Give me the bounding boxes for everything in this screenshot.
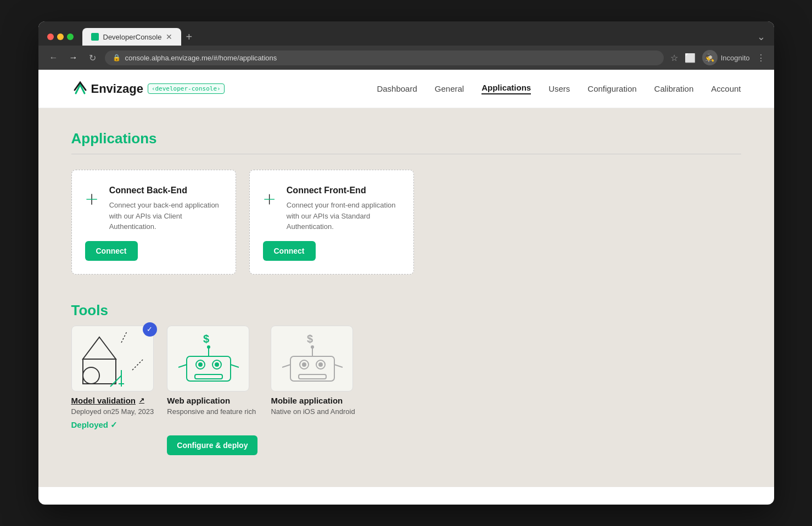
incognito-label: Incognito xyxy=(721,54,750,62)
tab-favicon xyxy=(91,33,99,41)
web-application-name: Web application xyxy=(167,396,257,405)
reload-button[interactable]: ↻ xyxy=(87,52,98,64)
svg-line-9 xyxy=(132,359,143,370)
forward-button[interactable]: → xyxy=(67,52,80,64)
tab-title: DeveloperConsole xyxy=(103,33,162,41)
frontend-card-desc: Connect your front-end application with … xyxy=(287,200,400,232)
svg-point-20 xyxy=(207,345,210,349)
nav-applications[interactable]: Applications xyxy=(481,83,531,94)
back-button[interactable]: ← xyxy=(47,52,60,64)
nav-general[interactable]: General xyxy=(435,84,464,93)
applications-divider xyxy=(71,154,741,154)
model-validation-deployed-badge: Deployed ✓ xyxy=(71,420,154,430)
nav-account[interactable]: Account xyxy=(711,84,741,93)
logo-icon xyxy=(71,80,89,98)
main-area: Applications Connect Back-End Connect yo… xyxy=(38,108,774,477)
address-actions: ☆ ⬜ 🕵 Incognito ⋮ xyxy=(670,50,765,65)
model-validation-illustration xyxy=(72,326,154,391)
web-application-illustration: $ xyxy=(167,326,249,391)
bookmark-icon[interactable]: ☆ xyxy=(670,53,678,63)
web-application-desc: Responsive and feature rich xyxy=(167,407,257,416)
incognito-badge: 🕵 Incognito xyxy=(702,50,750,65)
configure-deploy-button[interactable]: Configure & deploy xyxy=(167,435,257,455)
svg-rect-24 xyxy=(290,356,334,381)
backend-card-desc: Connect your back-end application with o… xyxy=(109,200,222,232)
svg-rect-4 xyxy=(83,359,116,384)
model-validation-name[interactable]: Model validation ↗ xyxy=(71,396,154,405)
browser-window: DeveloperConsole ✕ + ⌄ ← → ↻ 🔒 console.a… xyxy=(38,21,774,505)
web-application-tool: $ xyxy=(167,326,257,455)
check-icon: ✓ xyxy=(110,420,117,430)
frontend-card-header: Connect Front-End Connect your front-end… xyxy=(263,186,400,232)
svg-rect-29 xyxy=(299,374,326,379)
svg-line-32 xyxy=(282,365,290,367)
tab-bar: DeveloperConsole ✕ + xyxy=(82,28,753,46)
mobile-application-desc: Native on iOS and Android xyxy=(271,407,355,416)
svg-marker-5 xyxy=(83,337,116,359)
svg-rect-18 xyxy=(195,374,222,379)
maximize-window-button[interactable] xyxy=(67,33,74,40)
svg-point-31 xyxy=(311,345,314,349)
svg-line-21 xyxy=(178,365,187,367)
mobile-application-illustration: $ xyxy=(271,326,353,391)
mobile-application-name: Mobile application xyxy=(271,396,355,405)
svg-rect-13 xyxy=(187,356,231,381)
backend-card-header: Connect Back-End Connect your back-end a… xyxy=(85,186,222,232)
logo-text: Envizage xyxy=(91,82,143,96)
backend-card-icon xyxy=(85,186,98,213)
frontend-card: Connect Front-End Connect your front-end… xyxy=(249,170,414,275)
model-validation-thumbnail xyxy=(71,326,154,391)
external-link-icon: ↗ xyxy=(139,396,144,404)
svg-text:$: $ xyxy=(203,333,209,345)
backend-card-info: Connect Back-End Connect your back-end a… xyxy=(109,186,222,232)
svg-line-8 xyxy=(121,332,127,343)
web-application-info: Web application Responsive and feature r… xyxy=(167,396,257,455)
model-validation-info: Model validation ↗ Deployed on25 May, 20… xyxy=(71,396,154,430)
svg-point-16 xyxy=(198,362,203,367)
frontend-card-info: Connect Front-End Connect your front-end… xyxy=(287,186,400,232)
top-nav: Envizage ‹developer-console› Dashboard G… xyxy=(38,70,774,108)
browser-chrome: DeveloperConsole ✕ + ⌄ ← → ↻ 🔒 console.a… xyxy=(38,21,774,70)
nav-calibration[interactable]: Calibration xyxy=(654,84,694,93)
model-validation-tool: ✓ Model validation ↗ Deployed on25 May, … xyxy=(71,326,154,430)
nav-dashboard[interactable]: Dashboard xyxy=(377,84,417,93)
tab-close-button[interactable]: ✕ xyxy=(166,32,172,41)
incognito-icon: 🕵 xyxy=(702,50,718,65)
logo-badge: ‹developer-console› xyxy=(148,83,225,94)
svg-text:$: $ xyxy=(307,333,313,345)
svg-line-22 xyxy=(231,365,239,367)
backend-connect-button[interactable]: Connect xyxy=(85,241,138,261)
url-bar[interactable]: 🔒 console.alpha.envizage.me/#/home/appli… xyxy=(105,51,664,65)
window-more-button[interactable]: ⌄ xyxy=(757,31,765,43)
address-bar: ← → ↻ 🔒 console.alpha.envizage.me/#/home… xyxy=(38,46,774,70)
svg-point-28 xyxy=(318,362,323,367)
more-options-icon[interactable]: ⋮ xyxy=(757,53,765,63)
page-content: Envizage ‹developer-console› Dashboard G… xyxy=(38,70,774,487)
model-validation-date: Deployed on25 May, 2023 xyxy=(71,407,154,416)
svg-line-33 xyxy=(334,365,343,367)
split-view-icon[interactable]: ⬜ xyxy=(685,53,696,63)
frontend-connect-button[interactable]: Connect xyxy=(263,241,316,261)
backend-card: Connect Back-End Connect your back-end a… xyxy=(71,170,236,275)
svg-point-6 xyxy=(83,367,99,384)
close-window-button[interactable] xyxy=(47,33,54,40)
model-validation-badge: ✓ xyxy=(143,322,157,337)
url-text: console.alpha.envizage.me/#/home/applica… xyxy=(125,54,277,62)
frontend-card-icon xyxy=(263,186,276,213)
mobile-application-info: Mobile application Native on iOS and And… xyxy=(271,396,355,416)
applications-section-title: Applications xyxy=(71,130,741,147)
svg-point-27 xyxy=(302,362,306,367)
traffic-lights xyxy=(47,33,74,40)
new-tab-button[interactable]: + xyxy=(181,29,197,46)
nav-users[interactable]: Users xyxy=(548,84,570,93)
model-validation-thumb-wrapper: ✓ xyxy=(71,326,154,396)
frontend-card-title: Connect Front-End xyxy=(287,186,400,195)
nav-configuration[interactable]: Configuration xyxy=(587,84,636,93)
active-tab[interactable]: DeveloperConsole ✕ xyxy=(82,28,182,46)
tools-grid: ✓ Model validation ↗ Deployed on25 May, … xyxy=(71,326,741,455)
app-cards-grid: Connect Back-End Connect your back-end a… xyxy=(71,170,741,275)
tools-section-title: Tools xyxy=(71,302,741,319)
minimize-window-button[interactable] xyxy=(57,33,64,40)
logo: Envizage ‹developer-console› xyxy=(71,80,225,98)
backend-card-title: Connect Back-End xyxy=(109,186,222,195)
